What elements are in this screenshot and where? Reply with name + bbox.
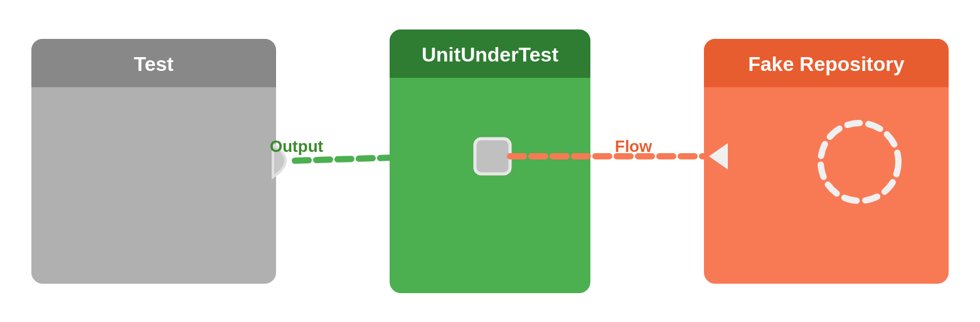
- diagram: Test UnitUnderTest Fake Repository Outpu…: [0, 0, 980, 322]
- unit-box-header: UnitUnderTest: [390, 30, 590, 78]
- test-box: Test: [31, 39, 276, 284]
- test-box-header: Test: [31, 39, 276, 87]
- fake-box-header: Fake Repository: [704, 39, 949, 87]
- flow-label: Flow: [615, 137, 652, 156]
- output-label: Output: [270, 137, 323, 156]
- fake-box: Fake Repository: [704, 39, 949, 284]
- unit-box: UnitUnderTest: [390, 30, 590, 293]
